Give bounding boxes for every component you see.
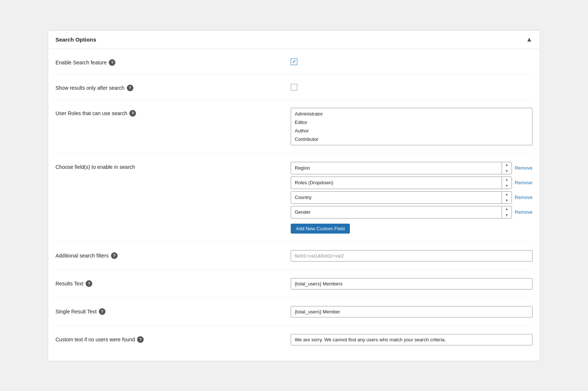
field-select-roles-wrap: Region Roles (Dropdown) Country Gender ▲… <box>291 177 512 189</box>
choose-fields-control: Region Roles (Dropdown) Country Gender ▲… <box>291 162 533 234</box>
choose-fields-label: Choose field(s) to enable in search <box>55 162 291 170</box>
listbox-item-administrator[interactable]: Administrator <box>291 110 532 118</box>
panel-collapse-toggle[interactable]: ▲ <box>526 36 533 43</box>
enable-search-label-text: Enable Search feature <box>55 60 107 65</box>
user-roles-listbox[interactable]: Administrator Editor Author Contributor <box>291 108 533 145</box>
no-users-text-control <box>291 334 533 345</box>
single-result-text-label-text: Single Result Text <box>55 309 97 314</box>
single-result-text-input[interactable] <box>291 306 533 317</box>
additional-filters-input[interactable] <box>291 250 533 262</box>
field-select-region-wrap: Region Roles (Dropdown) Country Gender ▲… <box>291 162 512 174</box>
choose-fields-label-text: Choose field(s) to enable in search <box>55 164 135 170</box>
results-text-row: Results Text ? <box>55 270 533 298</box>
show-results-only-row: Show results only after search ? <box>55 74 533 100</box>
field-select-region[interactable]: Region Roles (Dropdown) Country Gender <box>291 162 512 174</box>
choose-fields-row: Choose field(s) to enable in search Regi… <box>55 154 533 242</box>
results-text-label-text: Results Text <box>55 281 83 287</box>
results-text-label: Results Text ? <box>55 278 291 287</box>
results-text-input[interactable] <box>291 278 533 289</box>
field-select-country[interactable]: Region Roles (Dropdown) Country Gender <box>291 191 512 204</box>
show-results-only-label-text: Show results only after search <box>55 85 125 91</box>
panel-header: Search Options ▲ <box>48 31 540 49</box>
enable-search-checkbox[interactable] <box>291 58 297 65</box>
no-users-text-label-text: Custom text if no users were found <box>55 337 135 342</box>
user-roles-row: User Roles that can use search ? Adminis… <box>55 100 533 154</box>
panel-body: Enable Search feature ? Show results onl… <box>48 49 540 361</box>
no-users-text-help-icon[interactable]: ? <box>137 336 144 343</box>
show-results-only-control <box>291 82 533 90</box>
field-dropdown-row-3: Region Roles (Dropdown) Country Gender ▲… <box>291 206 533 218</box>
field-select-gender-wrap: Region Roles (Dropdown) Country Gender ▲… <box>291 206 512 218</box>
single-result-text-control <box>291 306 533 317</box>
field-dropdown-row-1: Region Roles (Dropdown) Country Gender ▲… <box>291 177 533 189</box>
add-new-custom-field-button[interactable]: Add New Custom Field <box>291 224 350 234</box>
field-select-roles[interactable]: Region Roles (Dropdown) Country Gender <box>291 177 512 189</box>
user-roles-label: User Roles that can use search ? <box>55 108 291 117</box>
results-text-control <box>291 278 533 289</box>
listbox-item-editor[interactable]: Editor <box>291 118 532 127</box>
field-dropdown-row-2: Region Roles (Dropdown) Country Gender ▲… <box>291 191 533 204</box>
user-roles-label-text: User Roles that can use search <box>55 110 127 116</box>
enable-search-control <box>291 57 533 65</box>
show-results-only-checkbox-wrap <box>291 82 533 90</box>
remove-roles-link[interactable]: Remove <box>515 180 533 185</box>
remove-gender-link[interactable]: Remove <box>515 209 533 215</box>
single-result-text-label: Single Result Text ? <box>55 306 291 315</box>
show-results-only-help-icon[interactable]: ? <box>127 85 133 91</box>
enable-search-help-icon[interactable]: ? <box>109 59 115 66</box>
search-options-panel: Search Options ▲ Enable Search feature ?… <box>48 30 540 361</box>
additional-filters-row: Additional search filters ? <box>55 242 533 270</box>
remove-country-link[interactable]: Remove <box>515 195 533 200</box>
field-select-gender[interactable]: Region Roles (Dropdown) Country Gender <box>291 206 512 218</box>
enable-search-checkbox-wrap <box>291 57 533 65</box>
no-users-text-row: Custom text if no users were found ? <box>55 326 533 353</box>
listbox-item-author[interactable]: Author <box>291 127 532 135</box>
results-text-help-icon[interactable]: ? <box>86 280 92 287</box>
additional-filters-label: Additional search filters ? <box>55 250 291 259</box>
field-select-country-wrap: Region Roles (Dropdown) Country Gender ▲… <box>291 191 512 204</box>
enable-search-label: Enable Search feature ? <box>55 57 291 66</box>
no-users-text-input[interactable] <box>291 334 533 345</box>
panel-title: Search Options <box>55 36 96 43</box>
show-results-only-label: Show results only after search ? <box>55 82 291 91</box>
remove-region-link[interactable]: Remove <box>515 165 533 171</box>
enable-search-row: Enable Search feature ? <box>55 49 533 74</box>
show-results-only-checkbox[interactable] <box>291 84 297 90</box>
user-roles-help-icon[interactable]: ? <box>129 110 136 117</box>
additional-filters-control <box>291 250 533 262</box>
single-result-text-row: Single Result Text ? <box>55 298 533 326</box>
field-dropdown-row-0: Region Roles (Dropdown) Country Gender ▲… <box>291 162 533 174</box>
user-roles-control: Administrator Editor Author Contributor <box>291 108 533 145</box>
additional-filters-label-text: Additional search filters <box>55 253 109 259</box>
no-users-text-label: Custom text if no users were found ? <box>55 334 291 343</box>
listbox-item-contributor[interactable]: Contributor <box>291 135 532 143</box>
single-result-text-help-icon[interactable]: ? <box>99 308 105 315</box>
additional-filters-help-icon[interactable]: ? <box>111 252 118 259</box>
